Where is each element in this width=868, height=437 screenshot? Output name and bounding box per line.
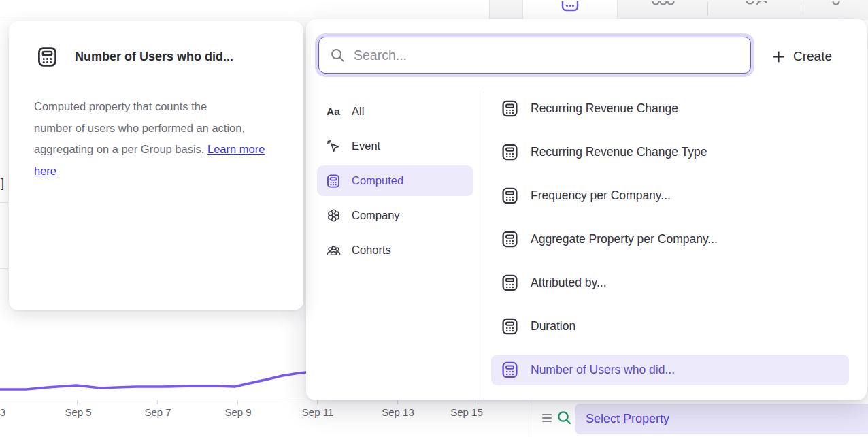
calculator-icon <box>36 46 59 68</box>
plus-icon <box>771 50 786 64</box>
tab-bar-chart[interactable] <box>619 0 707 20</box>
property-row-selected[interactable]: Number of Users who did... <box>491 355 849 385</box>
trend-line-chart <box>0 363 320 402</box>
x-axis-tick <box>77 400 78 404</box>
property-row[interactable]: Attributed by... <box>491 268 849 298</box>
event-cursor-icon <box>325 139 341 154</box>
category-cohorts[interactable]: Cohorts <box>317 235 473 265</box>
category-computed[interactable]: Computed <box>317 165 473 196</box>
occluded-text-fragment: ] <box>1 176 4 191</box>
tab-flows[interactable] <box>803 0 868 20</box>
create-button-label: Create <box>793 49 832 64</box>
category-list: Aa All Event <box>317 96 473 270</box>
app-window: ] 3 Sep 5 Sep 7 Sep 9 Sep 11 Sep 13 Sep … <box>0 0 868 437</box>
property-label: Duration <box>531 319 575 334</box>
drag-handle-icon[interactable] <box>542 414 552 424</box>
category-all[interactable]: Aa All <box>317 96 473 127</box>
x-axis-tick <box>157 400 158 404</box>
x-axis-label: 3 <box>0 406 30 418</box>
text-format-icon: Aa <box>325 106 341 118</box>
calculator-icon <box>325 174 341 189</box>
x-axis-tick <box>317 400 318 404</box>
description-line: Computed property that counts the <box>34 96 273 118</box>
occluded-row-divider <box>0 268 8 269</box>
category-label: All <box>352 105 364 118</box>
x-axis-label: Sep 7 <box>131 406 185 418</box>
x-axis-label: Sep 15 <box>439 406 494 418</box>
x-axis-label: Sep 5 <box>51 406 105 418</box>
panel-divider <box>484 92 484 400</box>
select-property-label: Select Property <box>586 412 669 426</box>
description-line: aggregating on a per Group basis. <box>34 143 207 155</box>
tab-retention[interactable] <box>708 0 803 20</box>
calculator-icon <box>501 187 519 205</box>
x-axis-tick <box>397 400 398 404</box>
category-company[interactable]: Company <box>317 200 473 231</box>
property-selector-bar: Select Property <box>531 401 868 437</box>
property-row[interactable]: Duration <box>491 311 849 342</box>
calculator-icon <box>501 143 519 161</box>
trend-line <box>0 371 320 389</box>
bar-chart-icon <box>651 1 675 11</box>
calculator-icon <box>501 230 519 248</box>
property-tooltip-card: Number of Users who did... Computed prop… <box>9 21 303 310</box>
calculator-icon <box>501 317 519 336</box>
calculator-icon <box>501 99 519 118</box>
calculator-icon <box>501 274 519 292</box>
create-button[interactable]: Create <box>771 46 832 67</box>
picker-search-box <box>318 37 751 74</box>
company-icon <box>325 208 341 223</box>
category-label: Computed <box>352 174 403 187</box>
insights-chart-icon <box>560 1 580 14</box>
x-axis-label: Sep 13 <box>371 406 425 418</box>
property-label: Frequency per Company... <box>531 189 671 203</box>
select-property-button[interactable]: Select Property <box>575 404 868 434</box>
property-picker-panel: Create Aa All Event <box>306 19 867 400</box>
property-label: Aggregate Property per Company... <box>531 232 718 246</box>
property-label: Recurring Revenue Change <box>531 101 678 116</box>
tooltip-title: Number of Users who did... <box>75 50 286 64</box>
property-label: Number of Users who did... <box>531 363 675 377</box>
x-axis-tick <box>478 400 478 404</box>
chart-type-tab-strip <box>490 0 868 20</box>
retention-icon <box>742 1 769 11</box>
calculator-icon <box>501 361 519 379</box>
search-input[interactable] <box>354 42 750 69</box>
property-row[interactable]: Recurring Revenue Change <box>491 93 849 124</box>
category-event[interactable]: Event <box>317 131 473 161</box>
property-list: Recurring Revenue Change Recurring Reven… <box>491 93 849 398</box>
property-row[interactable]: Frequency per Company... <box>491 180 849 211</box>
tooltip-description: Computed property that counts the number… <box>34 96 273 182</box>
x-axis-label: Sep 11 <box>290 406 345 418</box>
occluded-row-divider <box>0 202 8 203</box>
x-axis-label: Sep 9 <box>211 406 265 418</box>
property-label: Recurring Revenue Change Type <box>531 145 707 159</box>
flows-icon <box>831 1 841 10</box>
category-label: Cohorts <box>352 244 391 257</box>
property-row[interactable]: Recurring Revenue Change Type <box>491 137 849 167</box>
description-line: number of users who performed an action, <box>34 118 273 140</box>
category-label: Company <box>352 209 400 222</box>
cohorts-icon <box>325 242 341 258</box>
tab-insights-selected[interactable] <box>522 0 618 20</box>
x-axis-tick <box>237 400 238 404</box>
property-search-icon <box>556 410 573 426</box>
property-row[interactable]: Aggregate Property per Company... <box>491 224 849 255</box>
search-icon <box>330 48 346 63</box>
category-label: Event <box>352 140 380 152</box>
property-label: Attributed by... <box>531 276 607 290</box>
